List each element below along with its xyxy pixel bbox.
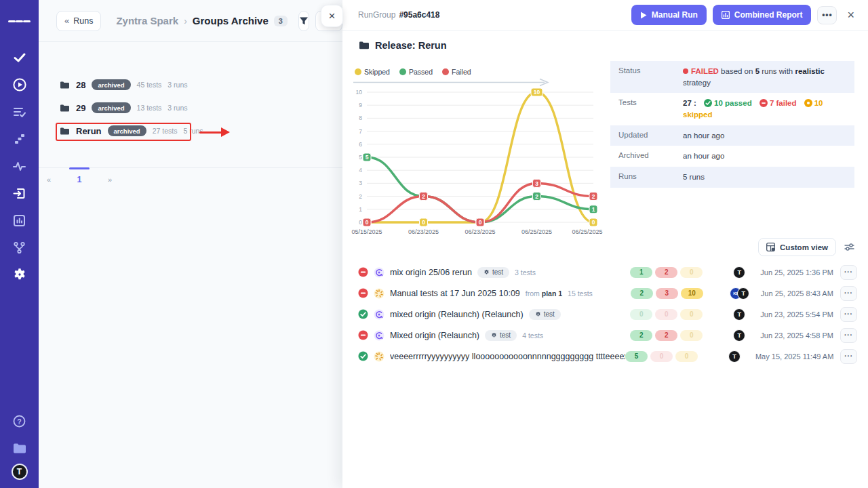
prev-page-button[interactable]: «	[39, 176, 59, 184]
run-name: Manual tests at 17 Jun 2025 10:09	[390, 289, 520, 298]
skipped-count-badge: 10	[681, 288, 703, 299]
breadcrumb-separator: ›	[184, 16, 187, 26]
group-list-item[interactable]: 29 archived 13 tests 3 runs	[39, 96, 342, 119]
svg-text:1: 1	[359, 206, 362, 213]
rungroup-id: #95a6c418	[399, 10, 439, 20]
back-to-runs-button[interactable]: « Runs	[56, 11, 101, 31]
analytics-icon[interactable]	[8, 209, 31, 232]
avatar[interactable]: T	[737, 287, 749, 300]
automated-run-icon	[374, 267, 384, 278]
svg-text:06/25/2025: 06/25/2025	[572, 228, 602, 235]
folder-icon	[60, 127, 70, 136]
tasks-check-icon[interactable]	[8, 46, 31, 69]
manual-run-button[interactable]: Manual Run	[631, 5, 707, 25]
run-list-item[interactable]: veeeerrrrryyyyyyyyyy llooooooooooonnnnng…	[358, 346, 857, 367]
updated-value: an hour ago	[683, 130, 846, 142]
run-tests-count: 3 tests	[515, 268, 536, 277]
panel-edge-close-button[interactable]: ×	[321, 5, 343, 27]
current-page[interactable]: 1	[69, 175, 90, 184]
run-more-button[interactable]: ···	[840, 349, 857, 364]
run-tag-pill: test	[529, 309, 561, 320]
skipped-count-badge: 0	[675, 351, 698, 362]
run-list-item[interactable]: Mixed origin (Relaunch) test 4 tests 2 2…	[358, 325, 857, 346]
groups-count-badge: 3	[274, 16, 288, 26]
breadcrumb: Zyntra Spark › Groups Archive 3	[116, 15, 287, 26]
run-tag-pill: test	[485, 330, 517, 341]
skipped-count-badge: 0	[680, 267, 703, 278]
detail-header: RunGroup #95a6c418 Manual Run Combined R…	[342, 0, 868, 30]
breadcrumb-project[interactable]: Zyntra Spark	[116, 15, 178, 26]
fork-icon[interactable]	[8, 236, 31, 259]
checklist-icon[interactable]	[8, 100, 31, 123]
passed-count-badge: 1	[630, 267, 652, 278]
run-tag-pill: test	[477, 267, 509, 278]
group-tests-count: 27 tests	[153, 127, 178, 135]
close-panel-icon[interactable]: ×	[843, 8, 859, 22]
filter-button[interactable]	[298, 11, 309, 31]
summary-row-status: Status FAILED based on 5 runs with reali…	[610, 61, 854, 93]
run-name: veeeerrrrryyyyyyyyyy llooooooooooonnnnng…	[390, 352, 625, 361]
passed-count-badge: 0	[630, 309, 652, 320]
failed-count-badge: 2	[655, 267, 677, 278]
run-avatars: T	[713, 350, 755, 363]
play-circle-icon[interactable]	[8, 73, 31, 96]
run-result-badges: 2 3 10	[631, 288, 719, 299]
failed-count-badge: 3	[656, 288, 678, 299]
groups-panel-header: « Runs Zyntra Spark › Groups Archive 3	[39, 0, 342, 42]
run-more-button[interactable]: ···	[840, 307, 857, 322]
run-more-button[interactable]: ···	[840, 328, 857, 343]
help-icon[interactable]: ?	[8, 409, 31, 432]
legend-item[interactable]: Passed	[399, 68, 433, 76]
user-avatar[interactable]: T	[12, 464, 28, 480]
avatar[interactable]: T	[733, 266, 745, 279]
run-date: Jun 23, 2025 5:54 PM	[760, 310, 840, 319]
bar-chart-icon	[722, 11, 730, 19]
run-date: May 15, 2025 11:49 AM	[755, 352, 840, 361]
release-title: Release: Rerun	[359, 40, 447, 51]
combined-report-button[interactable]: Combined Report	[713, 5, 812, 25]
automated-run-icon	[374, 330, 384, 341]
folder-icon[interactable]	[8, 436, 31, 460]
svg-text:06/23/2025: 06/23/2025	[465, 228, 495, 235]
run-more-button[interactable]: ···	[840, 286, 857, 301]
run-name: mixed origin (Relaunch) (Relaunch)	[390, 310, 524, 319]
avatar[interactable]: T	[733, 308, 745, 321]
steps-icon[interactable]	[8, 127, 31, 150]
gear-icon	[491, 332, 497, 338]
run-list-item[interactable]: mix origin 25/06 rerun test 3 tests 1 2 …	[358, 262, 857, 283]
import-icon[interactable]	[8, 182, 31, 205]
group-name: 29	[76, 103, 85, 113]
run-list-item[interactable]: mixed origin (Relaunch) (Relaunch) test …	[358, 304, 857, 325]
sliders-icon[interactable]	[844, 243, 854, 251]
play-icon	[640, 12, 647, 19]
legend-item[interactable]: Skipped	[355, 68, 390, 76]
run-more-button[interactable]: ···	[840, 265, 857, 280]
svg-text:0: 0	[366, 219, 369, 226]
activity-icon[interactable]	[8, 155, 31, 178]
menu-icon[interactable]	[8, 9, 31, 33]
avatar[interactable]: T	[733, 329, 745, 342]
avatar[interactable]: T	[728, 350, 741, 363]
svg-text:2: 2	[535, 193, 538, 200]
svg-text:5: 5	[359, 154, 362, 161]
group-list-item[interactable]: Rerun archived 27 tests 5 runs	[39, 119, 342, 142]
more-actions-button[interactable]: •••	[817, 6, 837, 24]
svg-text:0: 0	[479, 219, 482, 226]
legend-item[interactable]: Failed	[442, 68, 471, 76]
gear-icon[interactable]	[8, 263, 31, 286]
chart-block: SkippedPassedFailed 01234567891005/15/20…	[348, 66, 611, 240]
group-list-item[interactable]: 28 archived 45 tests 3 runs	[39, 73, 342, 96]
next-page-button[interactable]: »	[100, 176, 120, 184]
failed-count-badge: 0	[650, 351, 673, 362]
custom-view-button[interactable]: Custom view	[758, 238, 836, 256]
folder-icon	[60, 81, 70, 89]
run-tests-count: 4 tests	[522, 331, 543, 340]
pagination: « 1 »	[39, 175, 154, 184]
runs-count-value: 5 runs	[683, 171, 846, 183]
funnel-icon	[299, 16, 309, 26]
run-list-item[interactable]: Manual tests at 17 Jun 2025 10:09 from p…	[358, 283, 857, 304]
archived-badge: archived	[108, 125, 146, 136]
run-date: Jun 25, 2025 8:43 AM	[761, 289, 840, 298]
svg-text:0: 0	[592, 219, 595, 226]
failed-count-badge: 2	[655, 330, 677, 341]
